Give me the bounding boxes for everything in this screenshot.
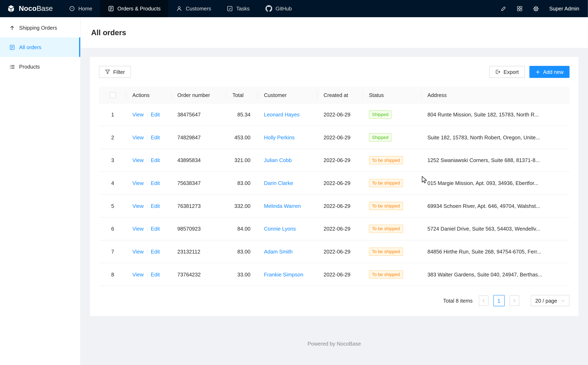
status-badge: To be shipped: [369, 270, 403, 279]
orders-table: Actions Order number Total Customer Crea…: [99, 87, 570, 286]
order-total: 453.00: [234, 135, 250, 140]
edit-link[interactable]: Edit: [151, 180, 160, 186]
address-text: 1252 Swaniawski Corners, Suite 688, 8137…: [427, 157, 563, 163]
status-badge: To be shipped: [369, 225, 403, 233]
view-link[interactable]: View: [132, 134, 144, 140]
view-link[interactable]: View: [132, 272, 144, 277]
row-index: 5: [111, 203, 114, 209]
created-at: 2022-06-29: [324, 203, 350, 209]
customer-link[interactable]: Leonard Hayes: [264, 112, 299, 118]
select-all-checkbox[interactable]: [110, 92, 116, 98]
view-link[interactable]: View: [132, 226, 144, 232]
export-icon: [495, 69, 501, 75]
logo-text-bold: Noco: [19, 5, 37, 12]
status-badge: To be shipped: [369, 248, 403, 256]
created-at: 2022-06-29: [324, 135, 350, 140]
edit-link[interactable]: Edit: [151, 226, 160, 232]
customer-link[interactable]: Darin Clarke: [264, 180, 293, 186]
top-nav: NocoBase Home Orders & Products: [0, 0, 588, 17]
pagination-total: Total 8 items: [443, 298, 473, 304]
column-header-address: Address: [421, 87, 570, 103]
edit-link[interactable]: Edit: [151, 157, 160, 163]
chevron-right-icon: [512, 299, 516, 303]
highlight-pen-icon[interactable]: [500, 6, 507, 12]
edit-link[interactable]: Edit: [151, 272, 160, 277]
nav-item-orders-products[interactable]: Orders & Products: [100, 0, 168, 17]
customer-link[interactable]: Melinda Warren: [264, 203, 301, 209]
action-divider: [147, 135, 147, 140]
sidebar-item-label: Shipping Orders: [19, 25, 57, 31]
view-link[interactable]: View: [132, 157, 144, 163]
page-header: All orders: [80, 17, 588, 48]
nav-item-github[interactable]: GitHub: [258, 0, 300, 17]
action-divider: [147, 181, 147, 186]
customers-icon: [176, 6, 182, 11]
customer-link[interactable]: Frankie Simpson: [264, 272, 303, 277]
page-size-select[interactable]: 20 / page: [531, 295, 570, 307]
address-text: 84856 Hirthe Run, Suite 268, 94754-6705,…: [427, 249, 563, 255]
filter-button-label: Filter: [113, 69, 125, 75]
address-text: 69934 Schoen River, Apt. 646, 49704, Wal…: [427, 203, 563, 209]
view-link[interactable]: View: [132, 249, 144, 254]
export-button[interactable]: Export: [489, 66, 525, 78]
arrow-up-icon: [9, 25, 15, 30]
add-new-button-label: Add new: [543, 69, 564, 75]
sidebar-item-label: Products: [19, 64, 40, 70]
sidebar-item-shipping-orders[interactable]: Shipping Orders: [0, 18, 80, 37]
nav-item-label: Tasks: [236, 6, 250, 11]
nav-item-tasks[interactable]: Tasks: [219, 0, 258, 17]
main-area: All orders Filter: [80, 17, 588, 365]
edit-link[interactable]: Edit: [151, 112, 160, 118]
toolbar: Filter Export: [99, 66, 570, 78]
address-text: 804 Runte Mission, Suite 182, 15783, Nor…: [427, 112, 563, 118]
order-number: 98570923: [177, 226, 201, 232]
sidebar-item-all-orders[interactable]: All orders: [0, 37, 80, 57]
tasks-icon: [227, 6, 233, 11]
apps-grid-icon[interactable]: [516, 6, 523, 11]
status-badge: To be shipped: [369, 179, 403, 187]
sidebar-item-products[interactable]: Products: [0, 57, 80, 76]
pagination-prev-button[interactable]: [479, 295, 488, 306]
order-total: 83.00: [237, 249, 250, 255]
filter-button[interactable]: Filter: [99, 66, 131, 78]
logo-text-light: Base: [36, 5, 53, 12]
settings-gear-icon[interactable]: [533, 6, 539, 12]
sidebar: Shipping Orders All orders Products: [0, 17, 80, 365]
pagination-page-1[interactable]: 1: [493, 295, 505, 307]
view-link[interactable]: View: [132, 203, 144, 209]
main-nav: Home Orders & Products C: [61, 0, 300, 17]
nav-item-customers[interactable]: Customers: [168, 0, 219, 17]
nav-item-home[interactable]: Home: [61, 0, 100, 17]
edit-link[interactable]: Edit: [151, 249, 160, 254]
view-link[interactable]: View: [132, 180, 144, 186]
view-link[interactable]: View: [132, 112, 144, 118]
row-index: 8: [111, 272, 114, 277]
customer-link[interactable]: Holly Perkins: [264, 135, 295, 140]
row-index: 6: [111, 226, 114, 232]
customer-link[interactable]: Julian Cobb: [264, 157, 291, 163]
order-number: 76381273: [177, 203, 201, 209]
app-viewport: NocoBase Home Orders & Products: [0, 0, 588, 365]
footer-powered-by: Powered by NocoBase: [90, 341, 578, 347]
customer-link[interactable]: Adam Smith: [264, 249, 293, 255]
pagination-next-button[interactable]: [509, 295, 519, 306]
action-divider: [147, 227, 147, 232]
table-header: Actions Order number Total Customer Crea…: [99, 87, 570, 103]
customer-link[interactable]: Connie Lyons: [264, 226, 296, 232]
action-divider: [147, 272, 147, 278]
action-divider: [147, 112, 147, 118]
orders-table-body: 1 ViewEdit 38475647 85.34 Leonard Hayes …: [99, 103, 570, 286]
edit-link[interactable]: Edit: [151, 203, 160, 209]
column-header-customer: Customer: [258, 87, 318, 103]
logo-text: NocoBase: [19, 5, 53, 13]
user-menu[interactable]: Super Admin: [549, 6, 579, 11]
column-header-created-at: Created at: [318, 87, 363, 103]
chevron-down-icon: [561, 299, 565, 303]
nav-item-label: Home: [78, 6, 92, 11]
order-number: 73764232: [177, 272, 201, 277]
add-new-button[interactable]: Add new: [529, 66, 570, 78]
edit-link[interactable]: Edit: [151, 134, 160, 140]
orders-card: Filter Export: [90, 57, 578, 316]
order-number: 38475647: [177, 112, 201, 118]
filter-icon: [105, 69, 110, 75]
